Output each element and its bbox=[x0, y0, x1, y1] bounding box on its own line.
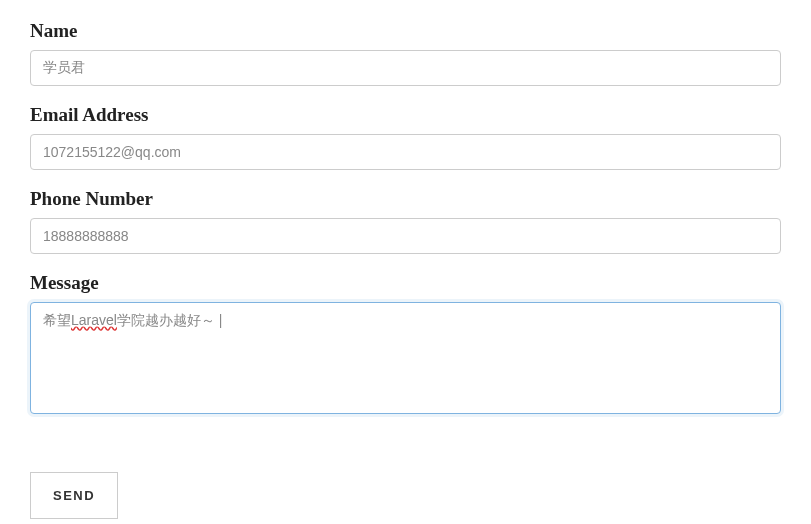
email-group: Email Address bbox=[30, 104, 781, 170]
message-text-prefix: 希望 bbox=[43, 312, 71, 328]
name-group: Name bbox=[30, 20, 781, 86]
send-button[interactable]: SEND bbox=[30, 472, 118, 519]
contact-form: Name Email Address Phone Number Message … bbox=[30, 20, 781, 519]
text-cursor: | bbox=[215, 312, 223, 328]
message-text-suffix: 学院越办越好～ bbox=[117, 312, 215, 328]
message-label: Message bbox=[30, 272, 781, 294]
message-group: Message 希望Laravel学院越办越好～ | bbox=[30, 272, 781, 414]
email-input[interactable] bbox=[30, 134, 781, 170]
name-label: Name bbox=[30, 20, 781, 42]
email-label: Email Address bbox=[30, 104, 781, 126]
name-input[interactable] bbox=[30, 50, 781, 86]
message-text-underlined: Laravel bbox=[71, 312, 117, 328]
phone-group: Phone Number bbox=[30, 188, 781, 254]
phone-input[interactable] bbox=[30, 218, 781, 254]
phone-label: Phone Number bbox=[30, 188, 781, 210]
message-textarea[interactable]: 希望Laravel学院越办越好～ | bbox=[30, 302, 781, 414]
